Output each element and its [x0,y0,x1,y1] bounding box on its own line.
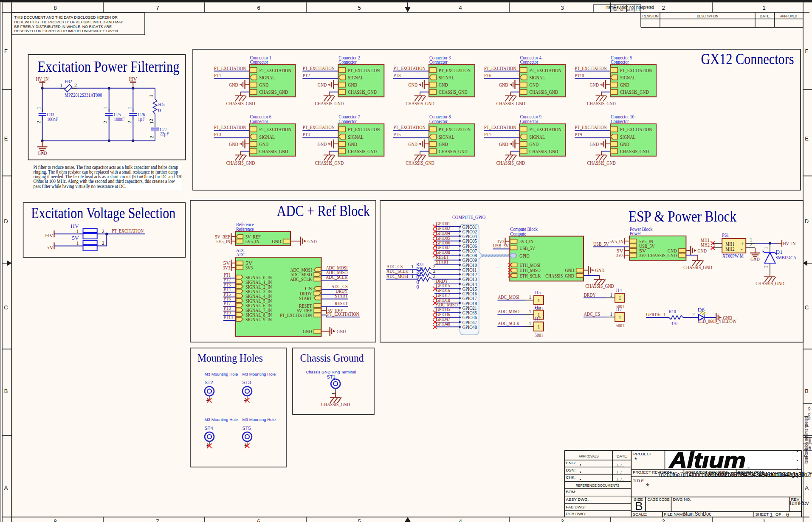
svg-text:PT7: PT7 [484,131,491,138]
svg-text:Connector: Connector [611,59,629,65]
svg-text:GND: GND [750,256,760,262]
svg-text:PT10: PT10 [224,314,233,320]
svg-text:DESCRIPTION: DESCRIPTION [697,14,718,18]
svg-text:R5: R5 [158,101,165,107]
svg-text:1: 1 [529,294,531,300]
svg-text:ADC + Ref Block: ADC + Ref Block [277,203,370,219]
svg-text:GND: GND [589,141,599,147]
svg-text:--/--/--: --/--/-- [615,464,624,468]
svg-text:1: 1 [663,312,666,317]
svg-text:ESP & Power Block: ESP & Power Block [629,208,736,225]
svg-text:PT_EXCITATION: PT_EXCITATION [348,126,380,132]
svg-text:HV_IN: HV_IN [783,240,796,247]
svg-text:1: 1 [76,240,79,246]
svg-text:1: 1 [762,518,765,522]
svg-text:COMPUTE_GPIO: COMPUTE_GPIO [452,214,485,220]
svg-text:4: 4 [459,5,462,11]
svg-text:CHK:: CHK: [566,475,576,480]
svg-text:B: B [4,388,8,394]
svg-text:Reference: Reference [236,226,254,232]
svg-text:ADC_SCLK: ADC_SCLK [326,274,348,280]
svg-text:SIGNAL: SIGNAL [259,74,275,81]
svg-text:CHASSIS_GND: CHASSIS_GND [530,148,558,154]
svg-text:SMBJ24CA: SMBJ24CA [775,254,796,261]
svg-text:CHASSIS_GND: CHASSIS_GND [348,89,377,95]
svg-text:PT_EXCITATION: PT_EXCITATION [327,311,359,317]
svg-text:Main.SchDoc: Main.SchDoc [683,511,711,517]
svg-text:1: 1 [610,292,612,298]
svg-text:MH2: MH2 [701,241,710,248]
svg-text:SIGNAL_9_IN: SIGNAL_9_IN [245,316,272,323]
svg-text:M3 Mounting Hole: M3 Mounting Hole [242,417,276,422]
svg-text:PT6: PT6 [484,72,491,79]
svg-text:PT3: PT3 [214,131,221,138]
svg-text:SIGNAL: SIGNAL [259,134,275,140]
svg-text:B: B [635,500,643,513]
svg-text:J15: J15 [535,289,541,295]
svg-text:3V3: 3V3 [245,264,253,271]
svg-text:5V5_IN: 5V5_IN [609,238,623,244]
svg-text:CAGE CODE: CAGE CODE [648,497,670,502]
svg-text:2: 2 [662,5,665,11]
svg-text:R25: R25 [416,271,423,277]
svg-text:M3 Mounting Hole: M3 Mounting Hole [205,372,238,376]
svg-text:GND: GND [318,81,327,88]
svg-text:SHT.: SHT. [808,443,811,450]
svg-text:1: 1 [149,121,155,124]
svg-text:ItemRevision not interpreted: ItemRevision not interpreted [804,416,809,465]
svg-text:ADC_SCLK: ADC_SCLK [498,320,520,326]
svg-text:DRDY: DRDY [584,292,596,298]
svg-text:GND: GND [259,141,269,147]
svg-text:XT60PW-M: XT60PW-M [722,253,744,259]
svg-text:USB_5V: USB_5V [519,245,535,251]
svg-text:SIGNAL: SIGNAL [348,134,364,140]
svg-text:GND: GND [307,238,317,244]
svg-text:1: 1 [36,107,42,109]
svg-text:CHASSIS_GND: CHASSIS_GND [587,160,616,166]
svg-text:PT_EXCITATION: PT_EXCITATION [484,65,516,71]
svg-text:7: 7 [156,518,159,522]
svg-text:1: 1 [610,311,612,317]
svg-text:3: 3 [561,518,564,522]
svg-text:D6: D6 [698,306,705,313]
svg-text:1: 1 [102,107,108,109]
svg-text:1: 1 [770,511,773,518]
svg-text:100nF: 100nF [47,116,58,122]
svg-text:Chassis Ground: Chassis Ground [300,352,364,364]
svg-text:ADC: ADC [236,251,245,258]
svg-text:CHASSIS_GND: CHASSIS_GND [683,264,712,270]
svg-text:MPZ2012S331AT000: MPZ2012S331AT000 [65,92,102,98]
svg-text:5001: 5001 [616,322,624,328]
svg-text:ETH_SCLK: ETH_SCLK [519,272,541,279]
svg-text:START: START [335,292,348,299]
svg-text:*: * [634,456,637,463]
svg-text:Connector: Connector [429,118,448,124]
svg-text:PT_EXCITATION: PT_EXCITATION [348,67,380,73]
svg-text:1: 1 [537,324,540,330]
svg-text:ADC_MISO: ADC_MISO [498,308,519,314]
svg-text:APPROVED: APPROVED [780,14,797,18]
svg-text:PT_EXCITATION: PT_EXCITATION [394,65,426,71]
svg-text:pass filter while having virtu: pass filter while having virtually no re… [34,183,127,189]
svg-text:DATE: DATE [760,14,770,18]
svg-text:SHEET: SHEET [756,512,769,516]
svg-text:GPIO48: GPIO48 [462,324,477,330]
svg-text:GND: GND [499,141,508,147]
svg-text:A: A [4,485,8,491]
svg-text:Connector: Connector [611,118,629,124]
svg-text:PT1: PT1 [214,72,221,79]
svg-text:APPROVALS: APPROVALS [579,454,599,458]
svg-text:Altıum: Altıum [668,448,746,472]
svg-text:GPIO: GPIO [519,253,529,259]
svg-text:ADC_MOSI: ADC_MOSI [498,294,519,300]
svg-text:SIGNAL: SIGNAL [620,134,636,140]
svg-text:8: 8 [54,518,56,522]
svg-text:GND: GND [337,328,346,334]
svg-text:CHASSIS_GND: CHASSIS_GND [496,100,525,107]
svg-text:PS1: PS1 [722,232,729,238]
svg-text:PT5: PT5 [394,131,401,138]
svg-text:CHASSIS_GND: CHASSIS_GND [439,89,468,95]
svg-text:3: 3 [561,5,564,11]
svg-text:FAB DWG:: FAB DWG: [566,505,586,509]
svg-text:ST1: ST1 [327,374,335,379]
